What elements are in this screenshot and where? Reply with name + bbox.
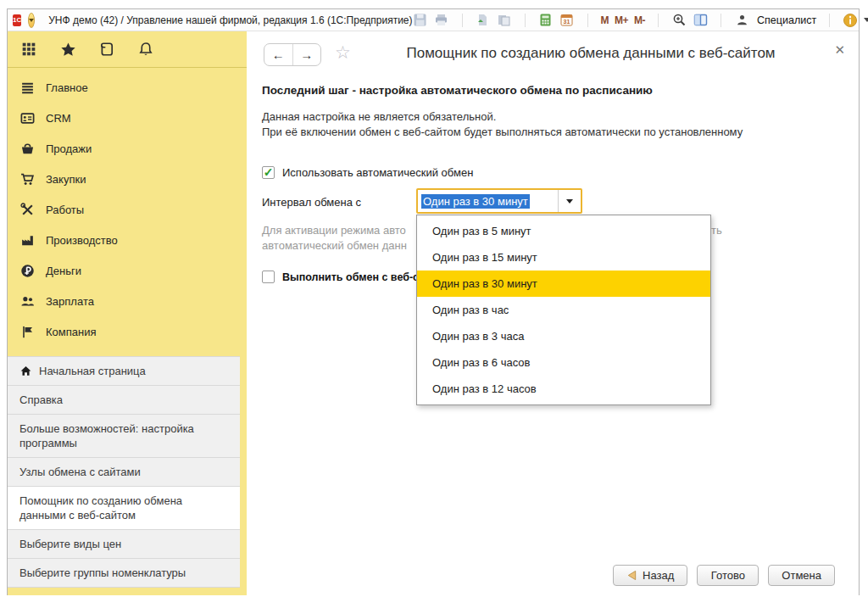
window-title: УНФ демо (42) / Управление нашей фирмой,… — [48, 14, 412, 26]
dropdown-option[interactable]: Один раз в час — [417, 297, 710, 323]
sidebar-item-proizvodstvo[interactable]: Производство — [8, 225, 247, 255]
sidebar-item-label: Продажи — [46, 142, 92, 155]
sidebar-link-gruppy-nomenklatury[interactable]: Выберите группы номенклатуры — [8, 559, 240, 588]
tools-icon — [20, 203, 35, 217]
checkmark-icon: ✓ — [264, 166, 274, 178]
favorites-button[interactable] — [59, 41, 76, 58]
user-button[interactable] — [734, 13, 749, 28]
save-button[interactable] — [413, 13, 428, 28]
sidebar-item-label: Компания — [46, 326, 97, 338]
forward-nav-button[interactable]: → — [293, 44, 321, 65]
dropdown-option[interactable]: Один раз в 12 часов — [417, 376, 710, 402]
calendar-icon: 31 — [559, 13, 574, 27]
main-menu-button[interactable] — [28, 13, 35, 28]
divider — [829, 14, 830, 27]
sections-menu-button[interactable] — [20, 41, 37, 58]
hamburger-icon — [20, 81, 35, 95]
memory-recall-button[interactable]: M — [601, 14, 609, 26]
cart-icon — [20, 172, 35, 187]
caret-down-icon — [566, 199, 573, 204]
sidebar-toolbar — [8, 31, 247, 68]
history-scroll-icon — [99, 42, 114, 57]
divider — [525, 14, 526, 27]
back-button[interactable]: Назад — [613, 565, 687, 586]
svg-text:31: 31 — [564, 19, 570, 25]
sidebar-item-zakupki[interactable]: Закупки — [8, 164, 247, 194]
memory-add-button[interactable]: M+ — [615, 14, 628, 26]
print-button[interactable] — [434, 13, 449, 28]
ruble-circle-icon — [20, 264, 35, 278]
sidebar-item-glavnoe[interactable]: Главное — [8, 72, 247, 103]
dropdown-option[interactable]: Один раз в 3 часа — [417, 323, 710, 349]
run-exchange-checkbox[interactable] — [262, 271, 275, 283]
interval-label: Интервал обмена с — [262, 196, 361, 209]
dropdown-option-selected[interactable]: Один раз в 30 минут — [417, 271, 710, 297]
history-nav-group: ← → — [264, 43, 321, 66]
memory-subtract-button[interactable]: M- — [634, 14, 645, 26]
dropdown-option[interactable]: Один раз в 6 часов — [417, 349, 710, 376]
documents-icon — [497, 13, 511, 27]
info-button[interactable] — [843, 13, 858, 28]
sidebar: Главное CRM Продажи Закупки Работы — [8, 31, 247, 595]
people-icon — [20, 294, 35, 309]
cancel-button-label: Отмена — [782, 569, 821, 582]
current-user-label: Специалист — [757, 14, 816, 26]
title-bar: 1С УНФ демо (42) / Управление нашей фирм… — [8, 9, 859, 31]
sidebar-link-label: Больше возможностей: настройка программы — [19, 422, 194, 449]
hint-line1-left: Для активации режима авто — [262, 224, 406, 237]
notifications-button[interactable] — [137, 41, 154, 58]
person-icon — [736, 14, 748, 26]
sidebar-item-prodazhi[interactable]: Продажи — [8, 133, 247, 164]
divider — [462, 14, 463, 27]
interval-field[interactable]: Один раз в 30 минут — [418, 190, 558, 212]
sidebar-item-dengi[interactable]: Деньги — [8, 255, 247, 286]
interval-dropdown-button[interactable] — [558, 190, 581, 212]
sidebar-link-home[interactable]: Начальная страница — [8, 356, 240, 386]
calculator-icon — [538, 13, 553, 27]
sidebar-link-pomoshchnik-active[interactable]: Помощник по созданию обмена данными с ве… — [8, 487, 240, 530]
factory-icon — [20, 233, 35, 248]
sidebar-item-raboty[interactable]: Работы — [8, 194, 247, 225]
sidebar-item-label: Зарплата — [46, 295, 94, 308]
favorite-star-icon[interactable]: ☆ — [335, 42, 351, 63]
info-icon — [843, 13, 858, 28]
wizard-footer: Назад Готово Отмена — [613, 565, 835, 586]
sidebar-link-label: Справка — [19, 393, 63, 406]
calendar-button[interactable]: 31 — [559, 13, 575, 28]
sidebar-link-label: Узлы обмена с сайтами — [19, 466, 141, 478]
sidebar-item-label: Закупки — [46, 173, 86, 186]
interval-selected-value: Один раз в 30 минут — [421, 194, 530, 209]
interval-combobox[interactable]: Один раз в 30 минут — [416, 188, 582, 214]
sidebar-item-zarplata[interactable]: Зарплата — [8, 286, 247, 316]
sidebar-link-vidy-tsen[interactable]: Выберите виды цен — [8, 530, 240, 559]
done-button[interactable]: Готово — [697, 565, 759, 586]
grid-menu-icon — [21, 42, 36, 57]
sidebar-item-crm[interactable]: CRM — [8, 103, 247, 133]
print-preview-button[interactable] — [497, 13, 512, 28]
split-view-button[interactable] — [693, 13, 708, 28]
dropdown-option[interactable]: Один раз в 15 минут — [417, 244, 710, 271]
zoom-button[interactable] — [671, 13, 687, 28]
interval-dropdown-list: Один раз в 5 минут Один раз в 15 минут О… — [416, 215, 711, 405]
close-icon[interactable]: ✕ — [834, 42, 845, 58]
sidebar-item-label: CRM — [46, 112, 71, 125]
auto-exchange-label: Использовать автоматический обмен — [282, 166, 473, 179]
dropdown-option[interactable]: Один раз в 5 минут — [417, 218, 710, 244]
sidebar-link-spravka[interactable]: Справка — [8, 386, 240, 415]
auto-exchange-checkbox[interactable]: ✓ — [262, 166, 275, 179]
printer-icon — [434, 13, 448, 27]
chevron-down-icon[interactable] — [864, 18, 868, 22]
contact-card-icon — [20, 111, 35, 126]
open-windows-list: Начальная страница Справка Больше возмож… — [8, 356, 247, 588]
bell-icon — [138, 42, 153, 57]
sidebar-item-kompaniya[interactable]: Компания — [8, 316, 247, 347]
sidebar-link-uzly-obmena[interactable]: Узлы обмена с сайтами — [8, 458, 240, 487]
back-nav-button[interactable]: ← — [264, 44, 293, 65]
divider — [721, 14, 721, 27]
cancel-button[interactable]: Отмена — [768, 565, 835, 586]
floppy-icon — [413, 13, 427, 27]
send-file-button[interactable] — [476, 13, 491, 28]
history-button[interactable] — [98, 41, 115, 58]
sidebar-link-bolshe-vozmozhnostey[interactable]: Больше возможностей: настройка программы — [8, 415, 240, 458]
calculator-button[interactable] — [538, 13, 554, 28]
